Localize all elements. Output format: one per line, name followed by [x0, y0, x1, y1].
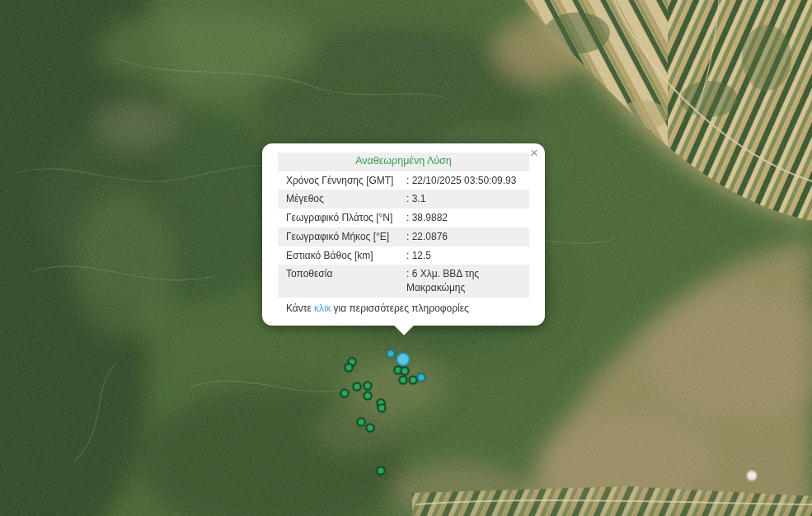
epicenter-teal-marker[interactable]: [387, 349, 396, 359]
epicenter-marker[interactable]: [353, 382, 362, 392]
row-label: Γεωγραφικό Πλάτος [°N]: [286, 211, 406, 225]
epicenter-marker[interactable]: [378, 404, 387, 413]
earthquake-popup: × Αναθεωρημένη Λύση Χρόνος Γέννησης [GMT…: [262, 143, 545, 326]
row-label: Τοποθεσία: [286, 267, 406, 295]
table-row-latitude: Γεωγραφικό Πλάτος [°N] : 38.9882: [278, 209, 529, 228]
row-label: Γεωγραφικό Μήκος [°E]: [286, 230, 406, 244]
epicenter-marker[interactable]: [377, 467, 386, 476]
table-row-depth: Εστιακό Βάθος [km] : 12.5: [278, 246, 529, 265]
row-label: Χρόνος Γέννησης [GMT]: [286, 174, 406, 188]
epicenter-marker[interactable]: [399, 376, 408, 385]
table-row-longitude: Γεωγραφικό Μήκος [°E] : 22.0876: [278, 228, 529, 246]
map-viewport: × Αναθεωρημένη Λύση Χρόνος Γέννησης [GMT…: [0, 0, 812, 516]
epicenter-marker[interactable]: [357, 418, 366, 427]
table-row-magnitude: Μέγεθος : 3.1: [278, 190, 529, 209]
epicenter-teal-marker[interactable]: [417, 373, 426, 382]
popup-close-button[interactable]: ×: [530, 146, 538, 160]
more-info-link[interactable]: κλικ: [314, 303, 331, 314]
footer-text-prefix: Κάντε: [286, 303, 312, 314]
epicenter-marker[interactable]: [366, 424, 375, 433]
row-value: : 22/10/2025 03:50:09.93: [406, 174, 521, 188]
row-label: Μέγεθος: [286, 192, 406, 206]
epicenter-selected-marker[interactable]: [397, 353, 411, 367]
table-row-origin-time: Χρόνος Γέννησης [GMT] : 22/10/2025 03:50…: [278, 171, 529, 190]
epicenter-marker[interactable]: [364, 392, 373, 401]
row-value: : 22.0876: [406, 230, 521, 244]
popup-footer: Κάντεκλικγια περισσότερες πληροφορίες: [278, 298, 529, 316]
row-value: : 3.1: [406, 192, 521, 206]
row-value: : 12.5: [406, 249, 521, 263]
epicenter-marker[interactable]: [340, 389, 350, 398]
popup-content: Αναθεωρημένη Λύση Χρόνος Γέννησης [GMT] …: [278, 152, 529, 316]
row-value: : 38.9882: [406, 211, 521, 225]
epicenter-marker[interactable]: [345, 364, 354, 373]
epicenter-marker[interactable]: [401, 367, 410, 376]
row-value: : 6 Χλμ. ΒΒΔ της Μακρακώμης: [406, 267, 521, 295]
row-label: Εστιακό Βάθος [km]: [286, 249, 406, 263]
epicenter-marker[interactable]: [364, 382, 373, 391]
popup-title: Αναθεωρημένη Λύση: [278, 152, 529, 171]
table-row-location: Τοποθεσία : 6 Χλμ. ΒΒΔ της Μακρακώμης: [278, 265, 529, 298]
footer-text-suffix: για περισσότερες πληροφορίες: [334, 303, 469, 314]
